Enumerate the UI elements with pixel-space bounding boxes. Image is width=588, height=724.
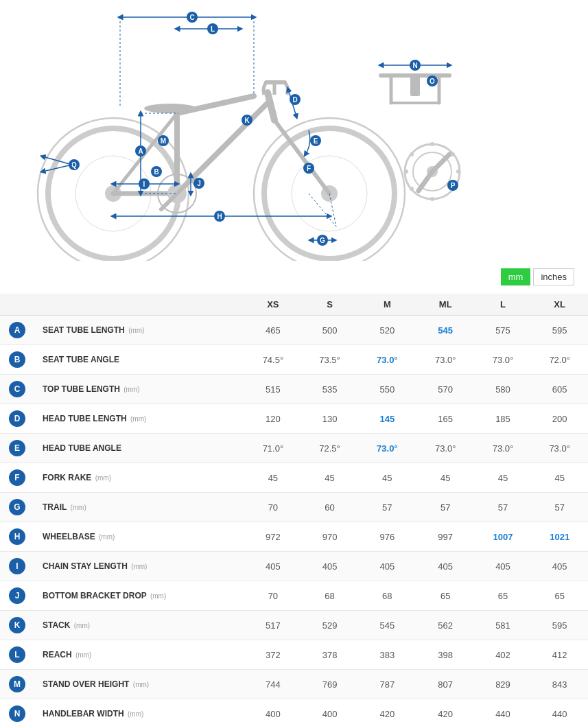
row-label: HEAD TUBE ANGLE <box>34 434 245 463</box>
row-label: STACK (mm) <box>34 611 245 640</box>
row-value-l: 405 <box>475 552 532 581</box>
row-label: BOTTOM BRACKET DROP (mm) <box>34 581 245 611</box>
table-row: J BOTTOM BRACKET DROP (mm) 706868656565 <box>0 581 588 611</box>
row-value-xl: 605 <box>531 375 588 404</box>
row-badge: A <box>0 316 34 345</box>
svg-text:I: I <box>143 180 145 188</box>
row-label: SEAT TUBE LENGTH (mm) <box>34 316 245 345</box>
svg-text:F: F <box>307 165 311 172</box>
row-value-ml: 45 <box>416 463 475 493</box>
unit-toggle-container: mm inches <box>0 263 588 294</box>
svg-rect-72 <box>410 75 420 96</box>
svg-text:K: K <box>244 117 250 124</box>
row-value-m: 45 <box>358 463 416 493</box>
svg-text:B: B <box>154 168 158 176</box>
row-value-l: 402 <box>475 640 532 670</box>
mm-button[interactable]: mm <box>501 268 531 285</box>
measurements-table-container: XS S M ML L XL A SEAT TUBE LENGTH (mm) 4… <box>0 294 588 724</box>
row-badge: H <box>0 522 34 552</box>
row-value-m: 57 <box>358 493 416 522</box>
row-value-xl: 843 <box>531 670 588 699</box>
row-value-m: 405 <box>358 552 416 581</box>
bike-diagram: C L A B M D E F G <box>0 0 588 263</box>
row-value-m: 68 <box>358 581 416 611</box>
row-value-ml: 562 <box>416 611 475 640</box>
row-value-ml: 807 <box>416 670 475 699</box>
row-value-l: 575 <box>475 316 532 345</box>
table-row: H WHEELBASE (mm) 97297097699710071021 <box>0 522 588 552</box>
row-value-ml: 405 <box>416 552 475 581</box>
row-value-m: 73.0° <box>358 434 416 463</box>
table-row: I CHAIN STAY LENGTH (mm) 405405405405405… <box>0 552 588 581</box>
svg-text:O: O <box>430 78 435 85</box>
svg-point-90 <box>410 152 414 156</box>
row-value-s: 400 <box>301 699 358 725</box>
row-value-s: 529 <box>301 611 358 640</box>
row-value-l: 45 <box>475 463 532 493</box>
row-value-s: 130 <box>301 404 358 434</box>
row-value-ml: 545 <box>416 316 475 345</box>
row-value-ml: 420 <box>416 699 475 725</box>
row-value-xl: 200 <box>531 404 588 434</box>
row-value-m: 787 <box>358 670 416 699</box>
svg-text:M: M <box>161 137 166 145</box>
row-value-l: 73.0° <box>475 434 532 463</box>
inches-button[interactable]: inches <box>533 268 574 285</box>
col-xs: XS <box>245 294 302 316</box>
row-value-s: 68 <box>301 581 358 611</box>
row-value-xs: 400 <box>245 699 302 725</box>
row-value-s: 72.5° <box>301 434 358 463</box>
row-value-l: 57 <box>475 493 532 522</box>
row-label: STAND OVER HEIGHT (mm) <box>34 670 245 699</box>
svg-point-87 <box>430 197 434 201</box>
row-value-s: 535 <box>301 375 358 404</box>
row-value-l: 440 <box>475 699 532 725</box>
svg-text:Q: Q <box>71 161 77 169</box>
row-value-ml: 398 <box>416 640 475 670</box>
row-label: SEAT TUBE ANGLE <box>34 345 245 375</box>
svg-text:N: N <box>412 62 417 69</box>
svg-text:A: A <box>138 148 143 155</box>
row-value-s: 769 <box>301 670 358 699</box>
row-value-m: 383 <box>358 640 416 670</box>
row-value-m: 520 <box>358 316 416 345</box>
row-badge: L <box>0 640 34 670</box>
svg-text:D: D <box>292 96 297 104</box>
table-row: K STACK (mm) 517529545562581595 <box>0 611 588 640</box>
row-label: TRAIL (mm) <box>34 493 245 522</box>
row-badge: M <box>0 670 34 699</box>
table-row: A SEAT TUBE LENGTH (mm) 4655005205455755… <box>0 316 588 345</box>
row-value-m: 145 <box>358 404 416 434</box>
col-m: M <box>358 294 416 316</box>
row-value-l: 829 <box>475 670 532 699</box>
row-label: HEAD TUBE LENGTH (mm) <box>34 404 245 434</box>
row-badge: B <box>0 345 34 375</box>
row-value-xl: 73.0° <box>531 434 588 463</box>
row-value-m: 420 <box>358 699 416 725</box>
table-row: D HEAD TUBE LENGTH (mm) 1201301451651852… <box>0 404 588 434</box>
row-badge: I <box>0 552 34 581</box>
row-value-s: 500 <box>301 316 358 345</box>
row-value-xl: 65 <box>531 581 588 611</box>
row-value-s: 73.5° <box>301 345 358 375</box>
table-row: F FORK RAKE (mm) 454545454545 <box>0 463 588 493</box>
row-badge: E <box>0 434 34 463</box>
row-value-ml: 73.0° <box>416 345 475 375</box>
table-row: M STAND OVER HEIGHT (mm) 744769787807829… <box>0 670 588 699</box>
row-badge: G <box>0 493 34 522</box>
row-badge: N <box>0 699 34 725</box>
row-value-xl: 412 <box>531 640 588 670</box>
row-label: TOP TUBE LENGTH (mm) <box>34 375 245 404</box>
row-value-xl: 595 <box>531 611 588 640</box>
svg-point-85 <box>456 170 460 174</box>
svg-point-83 <box>430 142 434 146</box>
table-row: C TOP TUBE LENGTH (mm) 51553555057058060… <box>0 375 588 404</box>
row-value-xs: 515 <box>245 375 302 404</box>
row-value-m: 73.0° <box>358 345 416 375</box>
row-value-xl: 440 <box>531 699 588 725</box>
row-label: FORK RAKE (mm) <box>34 463 245 493</box>
row-value-m: 550 <box>358 375 416 404</box>
row-value-xs: 70 <box>245 581 302 611</box>
row-value-l: 73.0° <box>475 345 532 375</box>
row-label: HANDLEBAR WIDTH (mm) <box>34 699 245 725</box>
